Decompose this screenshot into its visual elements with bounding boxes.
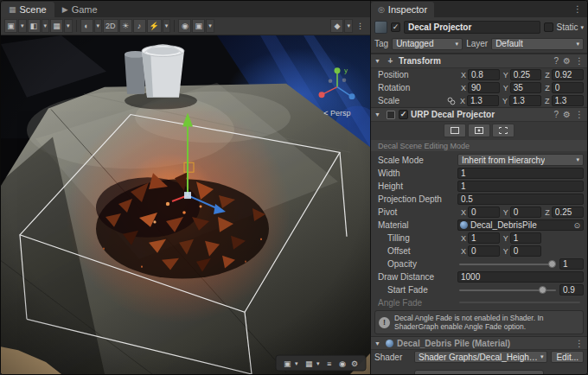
start-fade-value-field[interactable]	[559, 284, 584, 296]
draw-distance-field[interactable]	[457, 271, 584, 283]
tab-game[interactable]: ▶ Game	[54, 2, 105, 17]
rotation-y-field[interactable]	[510, 82, 542, 93]
scene-render[interactable]: y < Persp ▣ ▾ ▦ ▾ ≡ ◉ ⚙	[1, 35, 370, 374]
scene-lighting-icon[interactable]: ☀	[119, 19, 132, 33]
gizmos-icon[interactable]: ◆	[330, 19, 343, 33]
transform-component-header[interactable]: ▼ + Transform ? ⚙ ⋮	[371, 54, 587, 68]
opacity-value-field[interactable]	[559, 258, 584, 270]
position-y-field[interactable]	[510, 69, 542, 80]
shading-mode-icon[interactable]: ◐	[80, 19, 93, 33]
overlay-camera-icon[interactable]: ▣	[284, 359, 291, 368]
link-scale-icon[interactable]	[447, 97, 456, 105]
object-picker-icon[interactable]: ⊙	[573, 221, 581, 230]
layer-dropdown[interactable]: Default ▾	[491, 38, 584, 50]
help-icon[interactable]: ?	[553, 110, 559, 119]
inspector-menu-icon[interactable]: ⋮	[568, 4, 587, 14]
tab-inspector[interactable]: ◎ Inspector	[371, 2, 434, 17]
tag-label: Tag	[374, 39, 388, 48]
scale-row: Scale X Y Z	[371, 95, 587, 106]
overlay-settings-icon[interactable]: ⚙	[351, 359, 358, 368]
edit-box-mode-button[interactable]	[444, 124, 466, 137]
foldout-icon[interactable]: ▼	[374, 111, 382, 118]
tilling-x-field[interactable]	[468, 232, 500, 244]
static-checkbox[interactable]: ✓	[544, 22, 553, 32]
preset-icon[interactable]: ⚙	[563, 56, 571, 66]
pivot-x-field[interactable]	[468, 207, 500, 218]
projection-depth-field[interactable]	[457, 194, 584, 205]
camera-settings-icon[interactable]: ▣	[192, 19, 205, 33]
height-field[interactable]	[457, 181, 584, 192]
active-checkbox[interactable]: ✓	[391, 22, 400, 32]
decal-edit-mode-buttons	[371, 122, 587, 139]
material-sphere-icon	[386, 340, 393, 347]
tool-handle-dropdown[interactable]: ▾	[18, 19, 27, 33]
scene-toolbar-menu-icon[interactable]: ⋮	[354, 19, 367, 33]
tool-handle-icon[interactable]: ▣	[4, 19, 17, 33]
shader-dropdown[interactable]: Shader Graphs/Decal_HeightMask ▾	[414, 351, 547, 363]
gameobject-name-field[interactable]	[404, 21, 540, 34]
shader-edit-button[interactable]: Edit...	[551, 351, 584, 363]
kebab-menu-icon[interactable]: ⋮	[575, 339, 584, 348]
scale-z-field[interactable]	[552, 95, 585, 106]
preset-icon[interactable]: ⚙	[563, 110, 571, 119]
opacity-slider[interactable]	[459, 259, 556, 270]
tag-dropdown[interactable]: Untagged ▾	[392, 38, 463, 50]
component-enabled-checkbox[interactable]: ✓	[399, 110, 408, 119]
offset-y-field[interactable]	[510, 245, 542, 257]
help-icon[interactable]: ?	[553, 56, 559, 66]
edit-uv-mode-button[interactable]	[492, 124, 514, 137]
chevron-down-icon: ▾	[576, 41, 579, 48]
inspector-tab-icon: ◎	[378, 5, 385, 14]
kebab-menu-icon[interactable]: ⋮	[575, 56, 584, 66]
position-x-field[interactable]	[468, 69, 500, 80]
width-field[interactable]	[457, 168, 584, 179]
grid-snap-dropdown[interactable]: ▾	[64, 19, 73, 33]
tool-pivot-dropdown[interactable]: ▾	[42, 19, 50, 33]
decal-projector-component-header[interactable]: ▼ ✓ URP Decal Projector ? ⚙ ⋮	[371, 107, 587, 122]
projection-depth-row: Projection Depth	[371, 194, 587, 205]
foldout-icon[interactable]: ▼	[374, 340, 382, 346]
scene-audio-icon[interactable]: ♪	[133, 19, 146, 33]
static-dropdown-icon[interactable]: ▾	[580, 24, 584, 31]
inspector-panel: ◎ Inspector ⋮ ✓ ✓ Static ▾ Tag Untagged	[371, 1, 587, 374]
pivot-z-field[interactable]	[552, 207, 584, 218]
2d-toggle[interactable]: 2D	[103, 19, 118, 33]
static-label: Static	[556, 22, 578, 32]
camera-settings-dropdown[interactable]: ▾	[206, 19, 214, 33]
start-fade-slider[interactable]	[459, 285, 556, 296]
start-fade-row: Start Fade	[371, 284, 587, 296]
tilling-y-field[interactable]	[510, 232, 542, 244]
overlay-grid-dropdown[interactable]: ▾	[316, 360, 320, 366]
foldout-icon[interactable]: ▼	[374, 58, 382, 64]
gizmos-dropdown[interactable]: ▾	[344, 19, 353, 33]
offset-x-field[interactable]	[468, 245, 500, 257]
edit-pivot-mode-button[interactable]	[468, 124, 490, 137]
grid-snap-icon[interactable]: ▦	[50, 19, 63, 33]
material-object-field[interactable]: Decal_DebrisPile ⊙	[457, 219, 584, 231]
overlay-grid-icon[interactable]: ▦	[305, 359, 313, 368]
kebab-menu-icon[interactable]: ⋮	[575, 110, 584, 119]
overlay-eye-icon[interactable]: ◉	[339, 359, 346, 368]
scene-viewport[interactable]: y < Persp ▣ ▾ ▦ ▾ ≡ ◉ ⚙	[1, 35, 370, 374]
unity-editor-window: ▦ Scene ▶ Game ▣ ▾ ◧ ▾ ▦ ▾ ◐ ▾ 2D ☀ ♪ ⚡ …	[0, 0, 588, 375]
scale-x-field[interactable]	[467, 95, 499, 106]
add-component-area: Add Component	[371, 364, 587, 374]
rotation-row: Rotation X Y Z	[371, 82, 587, 93]
position-z-field[interactable]	[552, 69, 584, 80]
rotation-x-field[interactable]	[468, 82, 500, 93]
scene-tabbar: ▦ Scene ▶ Game	[1, 1, 370, 17]
rotation-z-field[interactable]	[552, 82, 584, 93]
tool-pivot-icon[interactable]: ◧	[28, 19, 41, 33]
scale-mode-dropdown[interactable]: Inherit from Hierarchy ▾	[457, 154, 584, 166]
scene-effects-icon[interactable]: ⚡	[147, 19, 162, 33]
overlay-list-icon[interactable]: ≡	[327, 359, 331, 368]
scene-effects-dropdown[interactable]: ▾	[163, 19, 171, 33]
add-component-button[interactable]: Add Component	[414, 370, 544, 374]
overlay-camera-dropdown[interactable]: ▾	[295, 360, 298, 366]
shading-mode-dropdown[interactable]: ▾	[94, 19, 103, 33]
pivot-y-field[interactable]	[510, 207, 542, 218]
scene-visibility-icon[interactable]: ◉	[178, 19, 191, 33]
material-section-header[interactable]: ▼ Decal_Debris Pile (Material) ⋮	[371, 336, 587, 350]
scale-y-field[interactable]	[509, 95, 541, 106]
tab-scene[interactable]: ▦ Scene	[1, 2, 54, 17]
